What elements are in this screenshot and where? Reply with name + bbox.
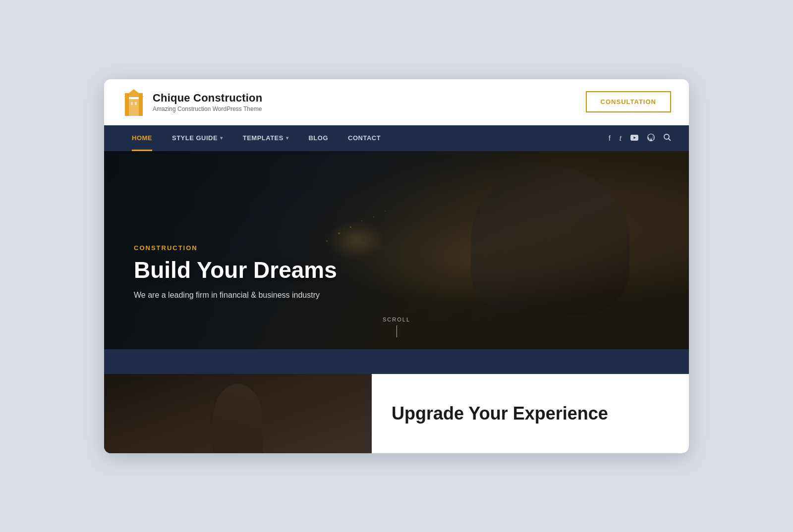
nav-item-home[interactable]: HOME: [122, 125, 162, 151]
site-name: Chique Construction: [153, 92, 262, 105]
youtube-icon[interactable]: [630, 134, 638, 142]
search-icon[interactable]: [664, 134, 671, 143]
svg-rect-4: [135, 102, 137, 105]
bottom-image-figure: [104, 374, 372, 453]
hero-subtitle: We are a leading firm in financial & bus…: [134, 291, 337, 300]
svg-rect-3: [131, 102, 133, 105]
bottom-image: [104, 374, 372, 453]
consultation-button[interactable]: CONSULTATION: [586, 91, 671, 112]
svg-line-8: [669, 138, 671, 141]
bottom-content: Upgrade Your Experience: [372, 374, 689, 453]
hero-section: CONSTRUCTION Build Your Dreams We are a …: [104, 151, 689, 349]
wordpress-icon[interactable]: [647, 134, 655, 143]
nav-item-contact[interactable]: CONTACT: [338, 125, 391, 151]
logo-area: Chique Construction Amazing Construction…: [122, 88, 262, 116]
nav-item-blog[interactable]: BLOG: [298, 125, 338, 151]
tagline: Amazing Construction WordPress Theme: [153, 106, 262, 112]
nav-item-style-guide[interactable]: STYLE GUIDE ▾: [162, 125, 233, 151]
nav-social: f t: [609, 134, 671, 143]
hero-label: CONSTRUCTION: [134, 244, 337, 252]
site-header: Chique Construction Amazing Construction…: [104, 79, 689, 125]
hero-content: CONSTRUCTION Build Your Dreams We are a …: [134, 244, 337, 300]
svg-rect-2: [129, 99, 139, 116]
hero-title: Build Your Dreams: [134, 258, 337, 283]
nav-item-templates[interactable]: TEMPLATES ▾: [233, 125, 299, 151]
chevron-down-icon: ▾: [286, 135, 289, 141]
logo-icon: [122, 88, 146, 116]
logo-text: Chique Construction Amazing Construction…: [153, 92, 262, 112]
blue-band: [104, 349, 689, 374]
facebook-icon[interactable]: f: [609, 134, 611, 142]
bottom-section: Upgrade Your Experience: [104, 374, 689, 453]
scroll-indicator[interactable]: SCROLL: [383, 317, 410, 337]
twitter-icon[interactable]: t: [620, 134, 622, 142]
bottom-content-title: Upgrade Your Experience: [392, 404, 608, 424]
site-nav: HOME STYLE GUIDE ▾ TEMPLATES ▾ BLOG CONT…: [104, 125, 689, 151]
nav-links: HOME STYLE GUIDE ▾ TEMPLATES ▾ BLOG CONT…: [122, 125, 391, 151]
chevron-down-icon: ▾: [220, 135, 223, 141]
browser-window: Chique Construction Amazing Construction…: [104, 79, 689, 453]
